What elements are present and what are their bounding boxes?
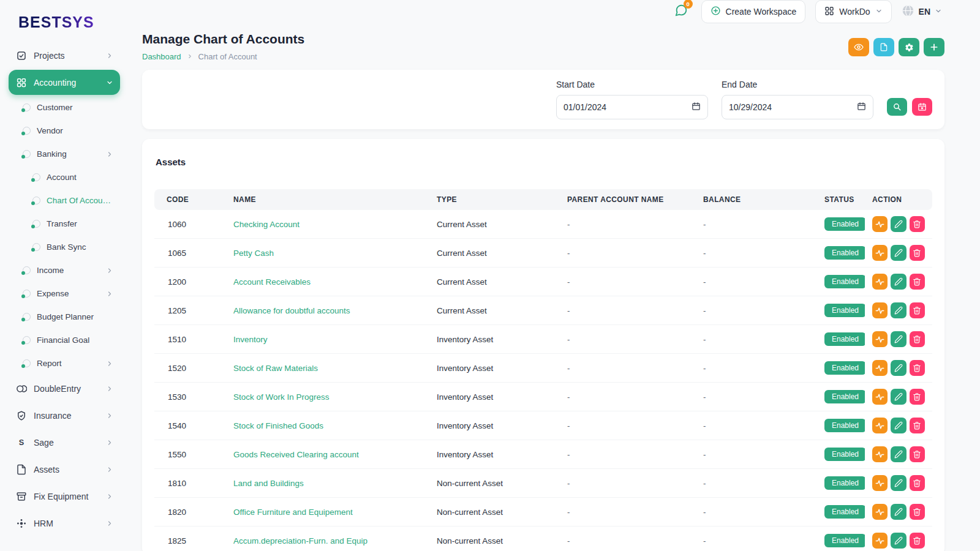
journal-button[interactable] xyxy=(872,446,888,462)
delete-button[interactable] xyxy=(910,302,925,318)
sidebar-item-customer[interactable]: Customer xyxy=(16,97,120,118)
sidebar-item-doubleentry[interactable]: DoubleEntry xyxy=(9,376,120,401)
sidebar-item-vendor[interactable]: Vendor xyxy=(16,120,120,141)
delete-button[interactable] xyxy=(910,418,925,433)
journal-button[interactable] xyxy=(872,216,888,232)
sidebar-item-financial-goal[interactable]: Financial Goal xyxy=(16,329,120,351)
journal-button[interactable] xyxy=(872,274,888,290)
edit-button[interactable] xyxy=(891,331,906,347)
journal-button[interactable] xyxy=(872,533,888,549)
sidebar-item-banking[interactable]: Banking xyxy=(16,143,120,165)
table-row: 1810Land and BuildingsNon-current Asset-… xyxy=(154,469,932,498)
edit-button[interactable] xyxy=(891,274,906,290)
sidebar-item-insurance[interactable]: Insurance xyxy=(9,403,120,428)
account-name-link[interactable]: Accum.depreciation-Furn. and Equip xyxy=(233,536,368,545)
sidebar-item-income[interactable]: Income xyxy=(16,260,120,281)
table-row: 1825Accum.depreciation-Furn. and EquipNo… xyxy=(154,527,932,551)
sidebar-item-assets[interactable]: Assets xyxy=(9,457,120,482)
sidebar-item-hrm[interactable]: HRM xyxy=(9,511,120,536)
file-icon xyxy=(880,43,888,51)
status-badge: Enabled xyxy=(824,534,865,547)
trash-icon xyxy=(913,249,921,257)
sidebar-item-accounting[interactable]: Accounting xyxy=(9,70,120,95)
row-actions xyxy=(872,418,925,433)
import-button[interactable] xyxy=(873,38,894,56)
delete-button[interactable] xyxy=(910,331,925,347)
pencil-icon xyxy=(894,392,903,401)
search-button[interactable] xyxy=(887,98,907,116)
reset-filter-button[interactable] xyxy=(912,98,932,116)
sidebar-item-transfer[interactable]: Transfer xyxy=(26,213,120,234)
edit-button[interactable] xyxy=(891,245,906,261)
edit-button[interactable] xyxy=(891,302,906,318)
row-actions xyxy=(872,389,925,405)
account-name-link[interactable]: Allowance for doubtful accounts xyxy=(233,306,350,315)
edit-button[interactable] xyxy=(891,446,906,462)
account-name-link[interactable]: Stock of Raw Materials xyxy=(233,364,318,373)
delete-button[interactable] xyxy=(910,245,925,261)
overview-button[interactable] xyxy=(848,38,869,56)
sidebar-item-projects[interactable]: Projects xyxy=(9,43,120,68)
sidebar-item-label: Banking xyxy=(37,149,100,159)
delete-button[interactable] xyxy=(910,446,925,462)
sidebar-item-expense[interactable]: Expense xyxy=(16,283,120,304)
journal-button[interactable] xyxy=(872,360,888,376)
pencil-icon xyxy=(894,421,903,430)
sidebar-item-chart-of-accounts[interactable]: Chart Of Accounts xyxy=(26,190,120,211)
sidebar-item-sage[interactable]: SSage xyxy=(9,430,120,455)
breadcrumb-dashboard-link[interactable]: Dashboard xyxy=(142,52,181,61)
delete-button[interactable] xyxy=(910,274,925,290)
journal-button[interactable] xyxy=(872,418,888,433)
edit-button[interactable] xyxy=(891,389,906,405)
account-name-link[interactable]: Land and Buildings xyxy=(233,479,304,488)
sidebar-item-fix-equipment[interactable]: Fix Equipment xyxy=(9,484,120,509)
end-date-label: End Date xyxy=(722,80,873,89)
trash-icon xyxy=(913,421,921,430)
settings-button[interactable] xyxy=(899,38,919,56)
sidebar-item-bank-sync[interactable]: Bank Sync xyxy=(26,236,120,258)
edit-button[interactable] xyxy=(891,360,906,376)
notification-badge: 0 xyxy=(684,0,693,9)
messages-button[interactable]: 0 xyxy=(671,2,692,21)
language-selector[interactable]: EN xyxy=(902,4,942,19)
chevron-right-icon xyxy=(106,385,113,392)
journal-button[interactable] xyxy=(872,475,888,491)
journal-button[interactable] xyxy=(872,504,888,520)
create-button[interactable] xyxy=(924,38,944,56)
journal-button[interactable] xyxy=(872,245,888,261)
workspace-switcher[interactable]: WorkDo xyxy=(815,0,891,23)
edit-button[interactable] xyxy=(891,533,906,549)
app-root: BESTSYS ProjectsAccountingCustomerVendor… xyxy=(0,0,980,551)
journal-button[interactable] xyxy=(872,389,888,405)
breadcrumb: Dashboard Chart of Account xyxy=(142,52,304,61)
account-name-link[interactable]: Inventory xyxy=(233,335,268,344)
start-date-input[interactable]: 01/01/2024 xyxy=(556,95,708,119)
delete-button[interactable] xyxy=(910,475,925,491)
account-name-link[interactable]: Stock of Work In Progress xyxy=(233,392,330,402)
sidebar-item-report[interactable]: Report xyxy=(16,353,120,374)
sidebar-item-account[interactable]: Account xyxy=(26,167,120,188)
sidebar-nav: ProjectsAccountingCustomerVendorBankingA… xyxy=(0,41,129,551)
trash-icon xyxy=(913,536,921,545)
journal-button[interactable] xyxy=(872,331,888,347)
sidebar-item-label: Fix Equipment xyxy=(34,492,100,501)
edit-button[interactable] xyxy=(891,418,906,433)
create-workspace-button[interactable]: Create Workspace xyxy=(701,0,806,23)
delete-button[interactable] xyxy=(910,360,925,376)
edit-button[interactable] xyxy=(891,504,906,520)
account-name-link[interactable]: Office Furniture and Equipement xyxy=(233,508,353,517)
account-name-link[interactable]: Petty Cash xyxy=(233,249,274,258)
account-name-link[interactable]: Stock of Finished Goods xyxy=(233,421,323,430)
sidebar-item-budget-planner[interactable]: Budget Planner xyxy=(16,306,120,328)
delete-button[interactable] xyxy=(910,389,925,405)
account-name-link[interactable]: Goods Received Clearing account xyxy=(233,450,359,459)
edit-button[interactable] xyxy=(891,475,906,491)
delete-button[interactable] xyxy=(910,533,925,549)
account-name-link[interactable]: Checking Account xyxy=(233,220,300,229)
account-name-link[interactable]: Account Receivables xyxy=(233,277,311,287)
delete-button[interactable] xyxy=(910,504,925,520)
end-date-input[interactable]: 10/29/2024 xyxy=(722,95,873,119)
edit-button[interactable] xyxy=(891,216,906,232)
delete-button[interactable] xyxy=(910,216,925,232)
journal-button[interactable] xyxy=(872,302,888,318)
